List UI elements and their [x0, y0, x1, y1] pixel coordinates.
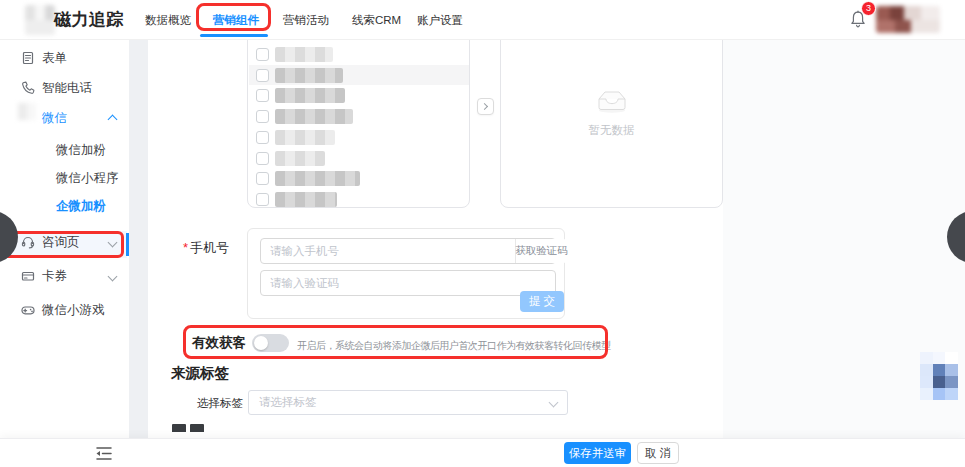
tab-leads-crm[interactable]: 线索CRM [352, 0, 401, 40]
cancel-button[interactable]: 取 消 [637, 442, 679, 464]
sidebar-item-smart-phone[interactable]: 智能电话 [0, 75, 129, 101]
sidebar-item-wechat-minigame[interactable]: 微信小游戏 [0, 297, 129, 323]
wechat-icon [18, 103, 36, 120]
redacted-item-label [275, 88, 345, 103]
chevron-down-icon [549, 398, 559, 408]
phone-icon [21, 81, 35, 95]
chevron-down-icon [108, 272, 118, 282]
app-title: 磁力追踪 [54, 0, 124, 40]
transfer-list-item[interactable] [249, 189, 469, 208]
select-tag-label: 选择标签 [197, 396, 243, 411]
phone-field-label: *手机号 [183, 239, 229, 257]
menu-fold-icon[interactable] [95, 446, 113, 461]
sidebar-item-qiwei-fans[interactable]: 企微加粉 [0, 193, 129, 219]
empty-inbox-icon [592, 87, 632, 113]
checkbox[interactable] [256, 172, 269, 185]
tab-marketing-campaigns[interactable]: 营销活动 [283, 0, 329, 40]
transfer-list-item[interactable] [249, 106, 469, 126]
verification-code-input[interactable] [260, 270, 556, 296]
sidebar-item-form[interactable]: 表单 [0, 45, 129, 71]
checkbox[interactable] [256, 110, 269, 123]
transfer-list-item[interactable] [249, 44, 469, 64]
action-footer: 保存并送审 取 消 [0, 438, 965, 467]
redacted-item-label [275, 151, 325, 166]
phone-verification-box: 获取验证码 提 交 [247, 228, 565, 319]
content-scrollbar-track[interactable] [129, 40, 148, 438]
chevron-right-icon [481, 103, 488, 110]
floating-blurred-widget[interactable] [920, 352, 958, 400]
sidebar-item-consult-page[interactable]: 咨询页 [0, 229, 129, 255]
transfer-list-item[interactable] [249, 65, 469, 85]
effective-acquisition-toggle[interactable] [252, 334, 289, 352]
transfer-list-item[interactable] [249, 85, 469, 105]
checkbox[interactable] [256, 193, 269, 206]
page: 暂无数据 *手机号 获取验证码 提 交 有效获客 开启后，系统会自动将添加企微后… [0, 0, 965, 467]
checkbox[interactable] [256, 152, 269, 165]
top-navbar: 磁力追踪 数据概览 营销组件 营销活动 线索CRM 账户设置 3 [0, 0, 965, 40]
clipped-section-heading [172, 424, 204, 432]
active-tab-underline [200, 34, 268, 37]
form-icon [21, 51, 35, 65]
effective-acquisition-description: 开启后，系统会自动将添加企微后用户首次开口作为有效获客转化回传模型 [297, 339, 611, 353]
tab-account-settings[interactable]: 账户设置 [417, 0, 463, 40]
sidebar-item-wechat[interactable]: 微信 [0, 105, 129, 131]
redacted-item-label [275, 109, 353, 124]
headset-icon [21, 235, 35, 249]
redacted-item-label [275, 47, 333, 62]
checkbox[interactable] [256, 48, 269, 61]
checkbox[interactable] [256, 89, 269, 102]
get-verification-code-button[interactable]: 获取验证码 [515, 239, 567, 263]
transfer-list-item[interactable] [249, 148, 469, 168]
notification-badge: 3 [861, 1, 876, 16]
app-logo [25, 5, 55, 35]
chevron-up-icon [108, 115, 118, 125]
required-asterisk: * [183, 240, 188, 255]
redacted-item-label [275, 130, 335, 145]
checkbox[interactable] [256, 69, 269, 82]
sidebar-item-wechat-fans[interactable]: 微信加粉 [0, 137, 129, 163]
sidebar-item-coupon[interactable]: 卡券 [0, 263, 129, 289]
transfer-right-button[interactable] [477, 98, 494, 115]
chevron-down-icon [108, 238, 118, 248]
submit-button[interactable]: 提 交 [520, 291, 564, 312]
user-avatar[interactable] [876, 6, 940, 33]
sidebar-item-wechat-miniprogram[interactable]: 微信小程序 [0, 165, 129, 191]
transfer-source-panel [247, 14, 470, 208]
empty-text: 暂无数据 [501, 123, 722, 138]
sidebar: 表单 智能电话 微信 微信加粉 微信小程序 企微加粉 [0, 40, 129, 438]
phone-number-input[interactable] [260, 238, 556, 264]
effective-acquisition-label: 有效获客 [192, 334, 246, 352]
transfer-list-item[interactable] [249, 127, 469, 147]
transfer-list-item[interactable] [249, 168, 469, 188]
checkbox[interactable] [256, 131, 269, 144]
redacted-item-label [275, 68, 343, 83]
tag-select[interactable]: 请选择标签 [248, 390, 568, 415]
gamepad-icon [21, 303, 35, 317]
save-and-submit-button[interactable]: 保存并送审 [564, 442, 631, 464]
tag-select-placeholder: 请选择标签 [259, 395, 550, 410]
redacted-item-label [275, 192, 337, 207]
transfer-target-panel: 暂无数据 [500, 14, 723, 208]
coupon-card-icon [21, 269, 35, 283]
redacted-item-label [275, 171, 360, 186]
empty-state: 暂无数据 [501, 87, 722, 138]
toggle-knob [254, 336, 268, 350]
tab-data-overview[interactable]: 数据概览 [145, 0, 191, 40]
source-tag-section-title: 来源标签 [171, 364, 229, 383]
